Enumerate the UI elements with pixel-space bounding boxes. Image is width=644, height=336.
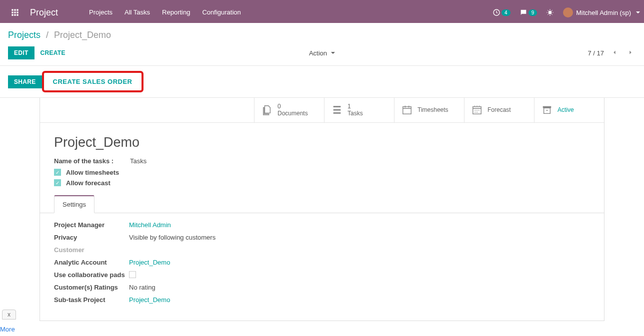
breadcrumb-current: Project_Demo <box>54 30 111 40</box>
messages-icon[interactable]: 9 <box>520 8 538 16</box>
nav-reporting[interactable]: Reporting <box>156 1 196 24</box>
tabs: Settings <box>40 196 604 213</box>
nav-menu: Projects All Tasks Reporting Configurati… <box>83 1 247 24</box>
tasks-name-value: Tasks <box>130 157 146 165</box>
stat-forecast[interactable]: Forecast <box>464 98 534 122</box>
allow-forecast-row: Allow forecast <box>54 179 590 187</box>
value-privacy: Visible by following customers <box>129 234 216 241</box>
label-collab: Use collaborative pads <box>54 271 129 279</box>
documents-icon <box>262 104 272 115</box>
stat-label: Documents <box>278 110 308 117</box>
sub-action-bar: SHARE CREATE SALES ORDER <box>0 66 644 98</box>
svg-rect-8 <box>16 14 18 15</box>
stat-count: 0 <box>278 103 308 110</box>
tasks-icon <box>332 104 342 115</box>
collab-checkbox[interactable] <box>129 271 136 278</box>
activity-badge: 4 <box>502 9 510 16</box>
stat-count: 1 <box>348 103 363 110</box>
svg-rect-3 <box>12 11 13 13</box>
stat-timesheets[interactable]: Timesheets <box>394 98 464 122</box>
tab-settings[interactable]: Settings <box>54 195 94 213</box>
pager-next[interactable] <box>625 47 636 59</box>
svg-rect-5 <box>16 11 18 13</box>
user-menu[interactable]: Mitchell Admin (sp) <box>563 7 640 17</box>
nav-configuration[interactable]: Configuration <box>196 1 246 24</box>
stat-active[interactable]: Active <box>534 98 604 122</box>
allow-timesheets-checkbox[interactable] <box>54 169 61 176</box>
stat-documents[interactable]: 0 Documents <box>254 98 324 122</box>
apps-icon[interactable] <box>8 5 22 19</box>
row-customer: Customer <box>54 246 590 254</box>
create-sales-order-button[interactable]: CREATE SALES ORDER <box>48 75 138 88</box>
tasks-name-label: Name of the tasks : <box>54 157 129 165</box>
svg-rect-1 <box>14 9 16 10</box>
svg-rect-6 <box>12 14 13 15</box>
row-collaborative-pads: Use collaborative pads <box>54 271 590 279</box>
svg-rect-4 <box>14 11 16 13</box>
nav-all-tasks[interactable]: All Tasks <box>118 1 156 24</box>
pager-text: 7 / 17 <box>588 49 604 57</box>
svg-rect-0 <box>12 9 13 10</box>
row-privacy: Privacy Visible by following customers <box>54 234 590 241</box>
svg-point-10 <box>548 11 552 14</box>
chevron-down-icon <box>331 52 335 54</box>
archive-icon <box>542 104 552 115</box>
pager-prev[interactable] <box>609 47 620 59</box>
label-subtask: Sub-task Project <box>54 296 129 304</box>
allow-timesheets-row: Allow timesheets <box>54 169 590 176</box>
messages-badge: 9 <box>528 9 538 16</box>
action-bar: EDIT CREATE Action 7 / 17 <box>0 44 644 66</box>
allow-forecast-checkbox[interactable] <box>54 179 61 186</box>
tasks-name-row: Name of the tasks : Tasks <box>54 157 590 165</box>
label-privacy: Privacy <box>54 234 129 241</box>
stat-label: Forecast <box>488 106 511 113</box>
breadcrumb: Projects / Project_Demo <box>0 23 644 44</box>
label-ratings: Customer(s) Ratings <box>54 284 129 291</box>
calendar-icon <box>402 104 412 115</box>
stat-label: Active <box>558 106 574 113</box>
sheet-wrapper: 0 Documents 1 Tasks Timesheets <box>0 98 644 321</box>
action-label: Action <box>309 49 327 57</box>
close-overlay-button[interactable]: x <box>2 310 16 320</box>
label-customer: Customer <box>54 246 129 254</box>
activity-icon[interactable]: 4 <box>492 8 510 16</box>
pager: 7 / 17 <box>588 47 636 59</box>
nav-projects[interactable]: Projects <box>83 1 118 24</box>
row-subtask-project: Sub-task Project Project_Demo <box>54 296 590 304</box>
allow-forecast-label: Allow forecast <box>66 179 110 187</box>
row-analytic-account: Analytic Account Project_Demo <box>54 259 590 266</box>
svg-rect-11 <box>403 107 412 114</box>
value-ratings: No rating <box>129 284 156 291</box>
value-project-manager[interactable]: Mitchell Admin <box>129 221 171 229</box>
label-project-manager: Project Manager <box>54 221 129 229</box>
forecast-icon <box>472 104 482 115</box>
allow-timesheets-label: Allow timesheets <box>66 169 119 176</box>
sheet-body: Project_Demo Name of the tasks : Tasks A… <box>40 123 604 321</box>
app-title[interactable]: Project <box>30 7 58 18</box>
action-dropdown[interactable]: Action <box>309 49 335 57</box>
highlight-box: CREATE SALES ORDER <box>42 71 144 92</box>
svg-rect-14 <box>544 108 550 114</box>
stat-tasks[interactable]: 1 Tasks <box>324 98 394 122</box>
bottom-bar: x <box>0 311 16 318</box>
row-project-manager: Project Manager Mitchell Admin <box>54 221 590 229</box>
svg-rect-2 <box>16 9 18 10</box>
breadcrumb-separator: / <box>46 30 48 40</box>
label-analytic: Analytic Account <box>54 259 129 266</box>
settings-panel: Project Manager Mitchell Admin Privacy V… <box>54 213 590 304</box>
row-customer-ratings: Customer(s) Ratings No rating <box>54 284 590 291</box>
avatar <box>563 7 573 17</box>
share-button[interactable]: SHARE <box>8 75 42 88</box>
stat-label: Timesheets <box>418 106 448 113</box>
value-subtask[interactable]: Project_Demo <box>129 296 170 304</box>
edit-button[interactable]: EDIT <box>8 46 34 59</box>
chevron-down-icon <box>636 11 640 13</box>
create-button[interactable]: CREATE <box>34 46 72 59</box>
svg-rect-7 <box>14 14 16 15</box>
project-title: Project_Demo <box>54 135 590 150</box>
breadcrumb-link[interactable]: Projects <box>8 30 40 40</box>
stat-label: Tasks <box>348 110 363 117</box>
debug-icon[interactable] <box>546 8 554 16</box>
form-sheet: 0 Documents 1 Tasks Timesheets <box>40 98 604 321</box>
value-analytic[interactable]: Project_Demo <box>129 259 170 266</box>
